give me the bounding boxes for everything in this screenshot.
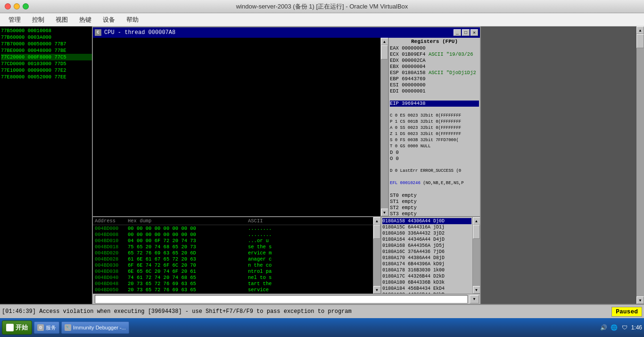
cpu-close-btn[interactable]: ✕ — [471, 29, 478, 36]
reg-ebx: EBX 00000004 — [390, 64, 479, 70]
left-row: 77B70000 00050000 77B7 — [1, 41, 93, 47]
main-scroll-track — [636, 34, 644, 296]
cpu-content: ▲ ▼ Registers (FPU) EAX 00000000 ECX 01B… — [93, 38, 480, 304]
hex-header-ascii: ASCII — [248, 218, 263, 224]
cpu-window-icon: C — [95, 29, 101, 36]
reg-z1: Z 1 DS 0023 32bit 0(FFFFFFFF — [390, 131, 479, 137]
rr-scroll-track — [473, 225, 480, 286]
close-button[interactable] — [5, 3, 11, 9]
right-reg-row: 0180A184 456B4434 EkD4 — [382, 286, 471, 292]
reg-st1: ST1 empty — [390, 199, 479, 205]
hex-scroll-thumb[interactable] — [373, 225, 380, 239]
hex-row: 004BD02065 72 76 69 63 65 20 6Dervice m — [95, 250, 371, 256]
disassembly-area — [93, 38, 380, 216]
hex-header: Address Hex dump ASCII — [93, 217, 373, 225]
reg-st0: ST0 empty — [390, 193, 479, 199]
menu-devices[interactable]: 设备 — [98, 14, 120, 25]
taskbar-right: 🔊 🌐 🛡 1:46 — [600, 324, 642, 331]
left-row: 77BE0000 00048000 77BE — [1, 47, 93, 54]
reg-esi: ESI 00000000 — [390, 82, 479, 88]
registers-panel: Registers (FPU) EAX 00000000 ECX 01B09EF… — [388, 38, 480, 216]
reg-eax: EAX 00000000 — [390, 45, 479, 51]
maximize-button[interactable] — [23, 3, 29, 9]
reg-spacer3 — [390, 162, 479, 168]
windows-logo-icon: ⊞ — [6, 324, 14, 331]
hex-row: 004BD04820 73 65 72 76 69 63 65tart the — [95, 281, 371, 287]
right-reg-row: 0180A170 44386A44 D8jD — [382, 255, 471, 261]
left-row: 77E10000 00090000 77E2 — [1, 67, 93, 74]
reg-edx: EDX 000002CA — [390, 58, 479, 64]
input-dropdown-btn[interactable]: ▼ — [470, 295, 479, 303]
scroll-thumb[interactable] — [381, 45, 388, 59]
cpu-top-section: ▲ ▼ Registers (FPU) EAX 00000000 ECX 01B… — [93, 38, 480, 217]
service-icon: ⚙ — [37, 324, 44, 331]
reg-spacer4 — [390, 174, 479, 180]
hex-scroll-track — [373, 225, 380, 286]
menu-help[interactable]: 帮助 — [122, 14, 143, 25]
reg-o0: O 0 — [390, 156, 479, 162]
rr-scroll-up[interactable]: ▲ — [473, 217, 480, 225]
hex-scrollbar[interactable]: ▲ ▼ — [373, 217, 380, 294]
hex-scroll-down[interactable]: ▼ — [373, 286, 381, 294]
hex-header-hex: Hex dump — [128, 218, 248, 224]
cpu-maximize-btn[interactable]: □ — [462, 29, 470, 36]
main-scroll-down[interactable]: ▼ — [636, 296, 644, 304]
cpu-command-input[interactable] — [95, 295, 468, 303]
menu-control[interactable]: 控制 — [27, 14, 49, 25]
right-register-panel: 0180A158 44306A44 Dj0D 0180A15C 6A44316A… — [380, 217, 472, 294]
menu-view[interactable]: 视图 — [51, 14, 73, 25]
taskbar-service-label: 服务 — [46, 324, 56, 331]
main-scrollbar[interactable]: ▲ ▼ — [636, 26, 644, 304]
cpu-minimize-btn[interactable]: _ — [454, 29, 461, 36]
menu-hotkeys[interactable]: 热键 — [74, 14, 96, 25]
rr-scroll-down[interactable]: ▼ — [473, 286, 480, 294]
window-controls — [5, 3, 29, 9]
window-title: window-server-2003 (备份 1) [正在运行] - Oracl… — [236, 2, 408, 11]
reg-ecx: ECX 01B09EF4 ASCII "19/03/26 — [390, 51, 479, 58]
main-scroll-up[interactable]: ▲ — [636, 26, 644, 34]
right-reg-row-selected: 0180A158 44306A44 Dj0D — [382, 218, 471, 224]
right-reg-row: 0180A174 6B44396A kD9j — [382, 261, 471, 267]
left-row: 77E80000 00052000 77EE — [1, 74, 93, 80]
minimize-button[interactable] — [14, 3, 20, 9]
hex-row: 004BD01875 65 20 74 68 65 20 73se the s — [95, 244, 371, 250]
hex-row: 004BD00000 00 00 00 00 00 00 00........ — [95, 226, 371, 232]
reg-spacer1 — [390, 94, 479, 101]
left-row: 77B50000 00010068 — [1, 27, 93, 34]
start-button[interactable]: ⊞ 开始 — [2, 320, 32, 335]
hex-row: 004BD05020 73 65 72 76 69 63 65 service — [95, 287, 371, 293]
hex-scroll-up[interactable]: ▲ — [373, 217, 381, 225]
reg-spacer2 — [390, 107, 479, 113]
menu-manage[interactable]: 管理 — [4, 14, 25, 25]
right-reg-row: 0180A16C 376A4436 7jD6 — [382, 249, 471, 255]
reg-efl: EFL 00010246 (NO,NB,E,BE,NS,P — [390, 180, 479, 186]
taskbar-debugger-btn[interactable]: 🔧 Immunity Debugger -... — [61, 321, 129, 334]
clock: 1:46 — [631, 324, 642, 331]
main-area: 77B50000 00010068 77B60000 0003A000 77B7… — [0, 26, 644, 304]
network-icon: 🌐 — [611, 324, 618, 331]
rr-scroll-thumb[interactable] — [473, 225, 480, 239]
reg-ebp: EBP 69443769 — [390, 76, 479, 82]
reg-spacer5 — [390, 186, 479, 193]
cpu-window: C CPU - thread 000007A8 _ □ ✕ ▲ — [92, 26, 481, 305]
start-label: 开始 — [16, 323, 28, 332]
reg-eip: EIP 39694438 — [390, 101, 479, 107]
scroll-down-arrow[interactable]: ▼ — [381, 209, 388, 216]
hex-row: 004BD0386E 65 6C 20 74 6F 20 61ntrol pa — [95, 269, 371, 275]
status-paused-badge: Paused — [611, 307, 642, 317]
right-reg-row: 0180A17C 44326B44 D2kD — [382, 273, 471, 279]
right-reg-scrollbar[interactable]: ▲ ▼ — [472, 217, 480, 294]
reg-a0: A 0 SS 0023 32bit 0(FFFFFFFF — [390, 125, 479, 131]
reg-edi: EDI 00000001 — [390, 88, 479, 94]
main-scroll-thumb[interactable] — [636, 34, 644, 48]
disasm-scrollbar[interactable]: ▲ ▼ — [380, 38, 388, 216]
reg-st3: ST3 empty — [390, 211, 479, 216]
debugger-icon: 🔧 — [65, 324, 71, 331]
cpu-window-titlebar: C CPU - thread 000007A8 _ □ ✕ — [93, 27, 480, 38]
right-reg-row: 0180A178 316B3030 1k00 — [382, 267, 471, 273]
taskbar-service-btn[interactable]: ⚙ 服务 — [34, 321, 59, 334]
scroll-up-arrow[interactable]: ▲ — [381, 38, 388, 45]
cpu-input-bar: ▼ — [93, 294, 480, 304]
hex-row: 004BD0306F 6E 74 72 6F 6C 20 70n the co — [95, 262, 371, 269]
reg-st2: ST2 empty — [390, 205, 479, 211]
